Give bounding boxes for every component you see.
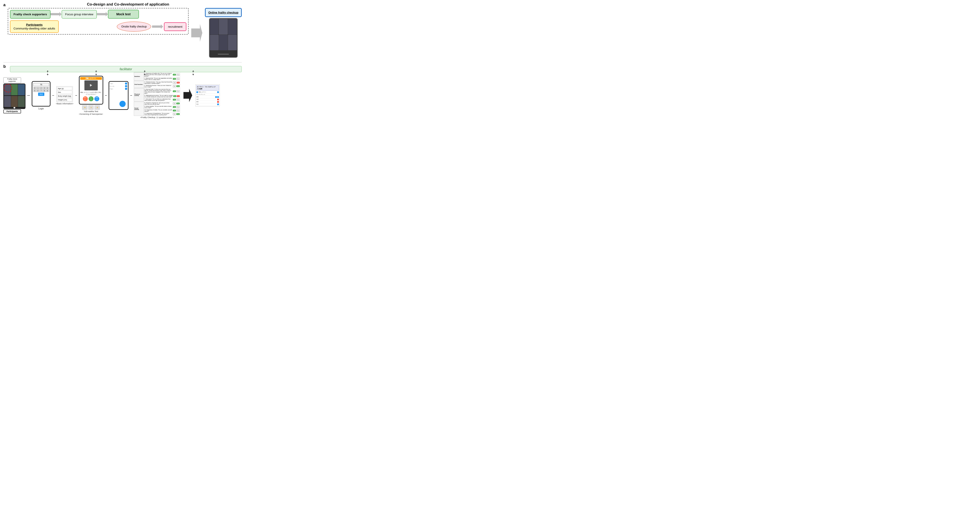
no-button-11[interactable]: Yes — [177, 113, 180, 115]
sarco-opt-3[interactable]: 隙間がで — [94, 96, 99, 101]
cat-label-oral: Oral function — [134, 81, 144, 88]
numpad-key-1[interactable]: 1 — [37, 87, 39, 89]
login-confirm-button[interactable]: 決定 — [38, 92, 44, 96]
q-text-9: 9. Eating together: "Do you eat with oth… — [145, 106, 172, 108]
result-dot-red-icon — [217, 101, 219, 103]
yes-button-11[interactable]: No — [173, 113, 176, 115]
cat-q-7: 7. Gait speed: "Do you think you walk fa… — [144, 98, 180, 102]
cat-questions-oral: 3. Chewing function: "Can you chew hard … — [144, 81, 180, 88]
category-oral: Oral function 3. Chewing function: "Can … — [134, 81, 180, 88]
codesign-box: Frailty check supporters Focus group int… — [8, 8, 189, 35]
cat-q-6: 6. Walking/physical activity: "Do you wa… — [144, 94, 180, 98]
sarco-opt-1[interactable]: 囲めない — [83, 96, 88, 101]
conference-device — [3, 84, 25, 109]
no-button-2[interactable]: No — [177, 78, 180, 80]
login-section: 75 0 1 2 3 4 5 6 7 8 9 — [32, 81, 51, 110]
dashed-bi-arrow-4 — [192, 70, 194, 75]
table-row: Height (cm) — [57, 98, 72, 102]
video-cell — [18, 96, 25, 107]
device-screen — [209, 18, 237, 51]
cat-q-11: 11. Awareness of forgetfulness: "Do you … — [144, 112, 180, 116]
numpad-key-0[interactable]: 0 — [33, 87, 36, 89]
result-text: 指輪っかテスト — [199, 91, 206, 92]
dashed-line — [193, 72, 193, 74]
cat-questions-social: 8. Frequency of going out: "Do you go ou… — [144, 102, 180, 116]
result-dots — [215, 96, 219, 98]
section-a-title: Co-design and Co-development of applicat… — [8, 2, 242, 6]
sarco-tablet: 指輪っかテスト 指輪っかでふくらはぎを 囲んだ時にどうなりますか？ 囲めない ち… — [79, 76, 103, 105]
arrow-icon — [97, 12, 108, 16]
numpad-key-4[interactable]: 4 — [46, 87, 49, 89]
box-frailty-check-supporters: Frailty check supporters — [10, 10, 51, 19]
sarco-opt-2[interactable]: ちょうど — [89, 96, 94, 101]
quest-circle — [125, 88, 127, 90]
no-button-7[interactable]: No — [177, 99, 180, 101]
section-b: b facilitator — [3, 62, 242, 119]
category-social: Social activity 8. Frequency of going ou… — [134, 102, 180, 116]
box-focus-group: Focus group interview — [62, 10, 97, 19]
quest-text: 2. いいえ — [110, 86, 124, 87]
yes-button-6[interactable]: Yes — [173, 95, 177, 97]
frailty-caption: <Frailty Checkup: 11 questionnaires > — [134, 116, 180, 119]
result-header: オンライン・フレイルチェック入力結果 — [196, 85, 219, 91]
sarcopenia-caption: <Screening of Sarcopenia> — [79, 113, 103, 115]
sarco-video — [84, 80, 98, 91]
bottom-row: Participants Community-dwelling older ad… — [10, 21, 186, 33]
cat-questions-physical: 5. Exercise habit: "Is there any exercis… — [144, 88, 180, 102]
yes-button-9[interactable]: Yes — [173, 106, 176, 108]
yes-button-8[interactable]: No — [173, 102, 176, 105]
yes-button-10[interactable]: Yes — [173, 110, 176, 111]
no-button-5[interactable]: No — [177, 90, 180, 92]
numpad-key-2[interactable]: 2 — [40, 87, 43, 89]
yes-button-5[interactable]: Yes — [173, 91, 176, 92]
no-button-9[interactable]: No — [177, 106, 180, 108]
result-dot-icon — [217, 103, 219, 105]
numpad-key-7[interactable]: 7 — [40, 89, 43, 92]
participants-title: Participants — [14, 23, 55, 26]
quest-section: 1. はい 2. いいえ 3. はい — [108, 81, 129, 110]
no-button-3[interactable]: No — [177, 82, 180, 84]
online-checkup-container: Online frailty checkup — [205, 8, 242, 58]
play-icon[interactable] — [90, 84, 92, 87]
yubi-images: 🤚 👌 ✌️ — [82, 105, 100, 110]
numpad-key-9[interactable]: 9 — [46, 89, 49, 92]
no-button-8[interactable]: Yes — [177, 103, 180, 104]
no-button-4[interactable]: Yes — [177, 85, 180, 87]
cat-q-2: 2. Balanced diet: "Do you eat vegetables… — [144, 77, 180, 81]
info-row-weight: Body weight (kg) — [57, 94, 72, 98]
yubi-img-3: ✌️ — [94, 105, 100, 110]
video-cell — [210, 35, 219, 51]
box-recruitment: recruitment — [164, 22, 186, 31]
numpad-key-5[interactable]: 5 — [33, 89, 36, 92]
result-dot-icon — [217, 91, 219, 93]
yubi-img-2: 👌 — [88, 105, 94, 110]
yes-button-7[interactable]: Yes — [173, 99, 176, 100]
participants-body: Community-dwelling older adults — [14, 27, 55, 30]
arrow-down-icon — [144, 74, 146, 75]
yes-button-4[interactable]: No — [173, 85, 176, 87]
no-button-10[interactable]: No — [177, 110, 180, 111]
numpad-key-6[interactable]: 6 — [37, 89, 39, 92]
arrow-down-icon — [47, 74, 49, 75]
no-button-6[interactable]: No — [177, 95, 180, 97]
info-row-sex: Sex — [57, 91, 72, 94]
spacer — [4, 95, 25, 96]
basic-info-table: Age (y) Sex Body weight (kg) Height (cm) — [56, 86, 73, 102]
quest-item: 1. はい — [110, 83, 127, 84]
cat-label-social: Social activity — [134, 102, 144, 116]
yes-button-2[interactable]: Yes — [173, 78, 176, 80]
onsite-oval: Onsite frailty checkup — [117, 21, 151, 32]
q-text-7: 7. Gait speed: "Do you think you walk fa… — [145, 99, 172, 101]
table-row: Age (y) — [57, 87, 72, 90]
result-sheet: オンライン・フレイルチェック入力結果 指輪っかテスト イレブンチェック 栄養 — [196, 84, 220, 107]
result-dot-icon — [217, 96, 219, 98]
q-text-11: 11. Awareness of forgetfulness: "Do you … — [145, 113, 172, 115]
numpad-key-3[interactable]: 3 — [43, 87, 46, 89]
video-cell — [228, 19, 237, 35]
main-container: a Co-design and Co-development of applic… — [0, 0, 245, 121]
numpad-key-8[interactable]: 8 — [43, 89, 46, 92]
device-bar — [218, 54, 229, 54]
yes-button-3[interactable]: Yes — [173, 81, 177, 84]
arrow-icon — [152, 24, 163, 29]
quest-tablet: 1. はい 2. いいえ 3. はい — [108, 81, 129, 110]
